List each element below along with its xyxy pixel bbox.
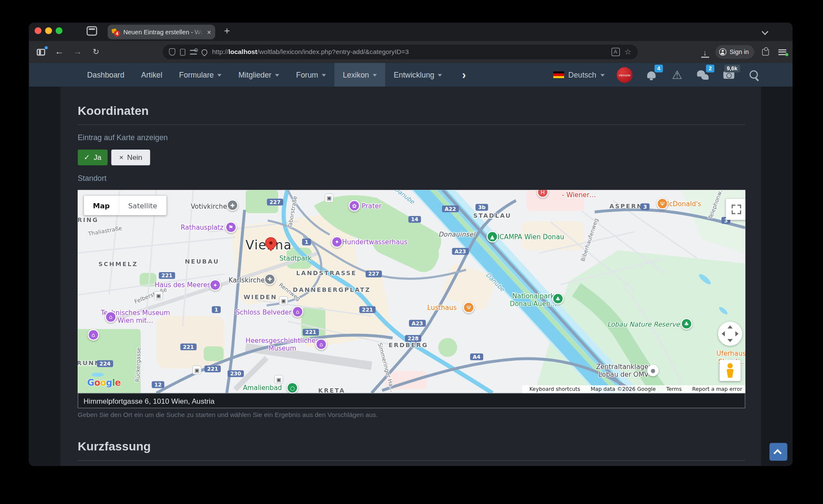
map-attribution: Keyboard shortcutsMap data ©2026 GoogleT… bbox=[522, 385, 745, 393]
reload-button[interactable]: ↻ bbox=[88, 41, 104, 63]
tab-list-chevron-icon[interactable] bbox=[762, 28, 769, 35]
pegman-control[interactable] bbox=[720, 360, 741, 381]
maximize-window-button[interactable] bbox=[56, 27, 63, 34]
tree-icon[interactable]: ♣ bbox=[681, 318, 692, 330]
new-tab-button[interactable]: + bbox=[224, 25, 230, 37]
language-selector[interactable]: Deutsch bbox=[553, 71, 604, 79]
browser-tab[interactable]: 4 Neuen Eintrag erstellen - WoltLa × bbox=[108, 25, 215, 39]
route-badge: 221 bbox=[303, 329, 319, 336]
restaurant-icon[interactable]: Ψ bbox=[657, 198, 668, 210]
museum-icon[interactable]: ⌂ bbox=[105, 311, 117, 323]
church-icon[interactable]: ✚ bbox=[264, 273, 276, 285]
left-gutter bbox=[29, 87, 60, 466]
nav-item-lexikon[interactable]: Lexikon bbox=[334, 63, 385, 87]
map-label: KRETA bbox=[318, 387, 345, 393]
report-map-error-link[interactable]: Report a map error bbox=[692, 386, 742, 392]
scroll-to-top-button[interactable] bbox=[769, 443, 787, 461]
address-helper-text: Geben Sie den Ort ein um die Suche zu st… bbox=[78, 411, 378, 419]
chevron-down-icon bbox=[438, 74, 442, 77]
yes-button[interactable]: ✓ Ja bbox=[78, 150, 108, 165]
pan-control[interactable] bbox=[718, 322, 742, 346]
route-badge: 224 bbox=[97, 360, 113, 367]
camping-icon[interactable]: ▲ bbox=[487, 231, 498, 243]
keyboard-shortcuts-link[interactable]: Keyboard shortcuts bbox=[529, 386, 580, 392]
extensions-icon[interactable] bbox=[757, 41, 773, 63]
minimize-window-button[interactable] bbox=[45, 27, 52, 34]
downloads-icon[interactable]: ↓ bbox=[697, 41, 713, 63]
map-label: Zentraltanklager Lobau der OMV bbox=[596, 363, 651, 378]
nav-item-formulare[interactable]: Formulare bbox=[171, 63, 230, 87]
pool-icon[interactable]: ○ bbox=[287, 382, 298, 393]
back-button[interactable]: ← bbox=[51, 41, 67, 63]
location-permission-icon[interactable] bbox=[200, 48, 208, 56]
credits-badge: 9,6k bbox=[724, 64, 740, 72]
nav-item-label: Dashboard bbox=[87, 71, 124, 79]
transit-station-icon[interactable]: ▣ bbox=[192, 366, 201, 375]
church-icon[interactable]: ✚ bbox=[227, 199, 238, 211]
museum-icon[interactable]: ⌂ bbox=[315, 339, 327, 350]
translate-icon[interactable]: A bbox=[611, 48, 620, 56]
nav-item-forum[interactable]: Forum bbox=[288, 63, 334, 87]
search-button[interactable] bbox=[748, 68, 761, 82]
credits-button[interactable]: 9,6k bbox=[722, 68, 736, 82]
tab-close-icon[interactable]: × bbox=[207, 28, 211, 36]
transit-station-icon[interactable]: ▣ bbox=[274, 375, 283, 384]
satellite-view-button[interactable]: Satellite bbox=[119, 196, 166, 215]
nav-item-artikel[interactable]: Artikel bbox=[133, 63, 171, 87]
map-label: WIEDEN bbox=[243, 294, 277, 301]
shield-icon[interactable] bbox=[169, 48, 175, 56]
sign-in-button[interactable]: Sign in bbox=[715, 45, 754, 59]
restaurant-icon[interactable]: Ψ bbox=[463, 302, 475, 313]
viecode-logo[interactable]: viecode bbox=[617, 67, 633, 83]
google-map[interactable]: KRINGSCHMELZNEUBAUWIEDENLANDSTRASSEDANNE… bbox=[78, 190, 745, 393]
transit-station-icon[interactable]: ▣ bbox=[154, 291, 163, 300]
no-button[interactable]: × Nein bbox=[111, 150, 150, 165]
transit-station-icon[interactable]: ▣ bbox=[324, 193, 333, 202]
monument-icon[interactable]: ⚑ bbox=[225, 222, 237, 233]
site-settings-icon[interactable] bbox=[190, 50, 197, 54]
transit-station-icon[interactable]: ▣ bbox=[279, 296, 288, 305]
chevron-down-icon bbox=[372, 74, 377, 77]
google-logo[interactable]: Google bbox=[87, 377, 120, 387]
industry-icon[interactable]: ● bbox=[647, 365, 659, 376]
museum-icon[interactable]: ⌂ bbox=[292, 306, 303, 318]
nav-right-group: Deutsch viecode 4 ⚠ 2 9,6k bbox=[553, 63, 761, 87]
check-icon: ✓ bbox=[84, 153, 90, 162]
address-input[interactable] bbox=[78, 393, 745, 408]
aquarium-icon[interactable]: ✦ bbox=[210, 279, 221, 291]
nav-item-mitglieder[interactable]: Mitglieder bbox=[230, 63, 288, 87]
conversations-badge: 2 bbox=[706, 64, 714, 72]
sidebar-toggle-icon[interactable] bbox=[33, 41, 49, 63]
map-label: Lusthaus bbox=[427, 303, 457, 311]
nav-item-label: Lexikon bbox=[343, 71, 369, 79]
terms-link[interactable]: Terms bbox=[666, 386, 682, 392]
map-label: Prater bbox=[362, 202, 381, 210]
favicon-badge: 4 bbox=[114, 30, 120, 36]
map-label: Lobau Nature Reserve bbox=[607, 321, 680, 328]
close-window-button[interactable] bbox=[35, 27, 42, 34]
nav-items: DashboardArtikelFormulareMitgliederForum… bbox=[79, 63, 451, 87]
map-view-button[interactable]: Map bbox=[84, 196, 119, 215]
browser-menu-icon[interactable] bbox=[774, 41, 790, 63]
tree-icon[interactable]: ♣ bbox=[552, 293, 564, 304]
camera-icon[interactable]: ✦ bbox=[331, 236, 343, 248]
nav-item-entwicklung[interactable]: Entwicklung bbox=[385, 63, 451, 87]
conversations-button[interactable]: 2 bbox=[696, 68, 710, 82]
page-info-icon[interactable] bbox=[180, 48, 185, 55]
tab-search-icon[interactable] bbox=[87, 26, 97, 36]
notifications-button[interactable]: 4 bbox=[645, 68, 658, 82]
nav-item-dashboard[interactable]: Dashboard bbox=[79, 63, 133, 87]
nav-overflow-chevron[interactable]: › bbox=[451, 63, 478, 87]
moderation-button[interactable]: ⚠ bbox=[670, 68, 684, 82]
route-badge: 227 bbox=[366, 270, 382, 277]
forward-button[interactable]: → bbox=[70, 41, 86, 63]
castle-icon[interactable]: ⌂ bbox=[87, 329, 99, 341]
bookmark-star-icon[interactable]: ☆ bbox=[625, 47, 631, 57]
map-label: SCHMELZ bbox=[98, 261, 138, 268]
map-label: Haus des Meeres bbox=[155, 281, 211, 289]
fullscreen-button[interactable] bbox=[726, 199, 745, 220]
location-label: Standort bbox=[78, 174, 106, 183]
map-label: Nationalpark Donau-Auen… bbox=[510, 292, 557, 308]
url-bar[interactable]: http://localhost/woltlab/lexicon/index.p… bbox=[163, 45, 638, 59]
ferris-wheel-icon[interactable]: ✿ bbox=[348, 200, 360, 212]
